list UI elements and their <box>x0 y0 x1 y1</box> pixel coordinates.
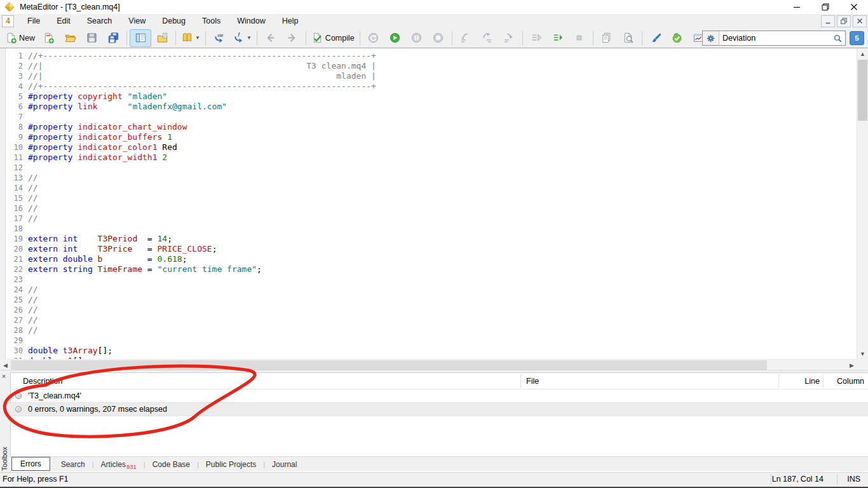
menu-view[interactable]: View <box>120 17 154 25</box>
compile-button[interactable]: Compile <box>309 29 357 47</box>
navigate-back-button[interactable] <box>260 29 281 47</box>
navigate-forward-button[interactable] <box>281 29 303 47</box>
step-over-button[interactable] <box>477 29 498 47</box>
minimize-button[interactable] <box>782 0 811 14</box>
file-details-button[interactable] <box>151 29 173 47</box>
save-button[interactable] <box>81 29 102 47</box>
tab-journal[interactable]: Journal <box>265 460 304 469</box>
scroll-left-icon[interactable]: ◀ <box>0 360 11 370</box>
horizontal-scroll-thumb[interactable] <box>11 360 767 370</box>
code-line: //+-------------------------------------… <box>28 51 857 61</box>
toolbox-close-icon[interactable]: × <box>2 374 6 380</box>
tab-search[interactable]: Search <box>54 460 92 469</box>
save-all-button[interactable] <box>102 29 124 47</box>
toolbox-side-strip: × Toolbox <box>0 372 11 473</box>
line-number: 18 <box>6 224 23 234</box>
check-syntax-button[interactable] <box>667 29 688 47</box>
scroll-up-icon[interactable]: ▲ <box>857 48 868 59</box>
navigator-toggle-icon <box>135 32 147 44</box>
goto-variable-icon: var <box>213 32 225 44</box>
pause-debug-icon <box>410 32 423 44</box>
stop-debug-button[interactable] <box>428 29 449 47</box>
toolbar-separator <box>175 31 176 45</box>
error-list-row[interactable]: 'T3_clean.mq4' <box>10 390 868 402</box>
start-debug-button[interactable] <box>384 29 406 47</box>
tab-public-projects[interactable]: Public Projects <box>199 460 263 469</box>
step-into-button[interactable] <box>455 29 477 47</box>
styler-book-button[interactable]: ▼ <box>179 29 203 47</box>
copy-button[interactable] <box>596 29 618 47</box>
step-out-button[interactable] <box>498 29 520 47</box>
search-input[interactable] <box>719 32 830 44</box>
goto-variable-button[interactable]: var <box>208 29 230 47</box>
menu-window[interactable]: Window <box>229 17 273 25</box>
new-project-button[interactable] <box>37 29 59 47</box>
error-list-row[interactable]: 0 errors, 0 warnings, 207 msec elapsed <box>10 402 868 416</box>
toolbar-separator <box>306 31 306 45</box>
tab-code-base[interactable]: Code Base <box>146 460 197 469</box>
menu-file[interactable]: File <box>19 17 48 25</box>
breakpoint-square-button[interactable] <box>569 29 590 47</box>
step-into-icon <box>459 32 471 44</box>
vertical-scroll-thumb[interactable] <box>858 60 867 121</box>
navigator-toggle-button[interactable] <box>130 29 151 47</box>
chevron-down-icon[interactable]: ▼ <box>195 35 200 41</box>
tab-errors[interactable]: Errors <box>11 457 50 471</box>
column-description[interactable]: Description <box>23 377 63 386</box>
code-editor[interactable]: 1234567891011121314151617181920212223242… <box>0 48 857 359</box>
code-line: #property copyright "mladen" <box>28 92 857 102</box>
tab-articles[interactable]: Articles931 <box>94 460 144 469</box>
menu-edit[interactable]: Edit <box>48 17 79 25</box>
search-submit-button[interactable] <box>830 34 845 43</box>
menu-help[interactable]: Help <box>274 17 307 25</box>
notifications-button[interactable]: 5 <box>850 31 864 45</box>
mdi-restore-button[interactable] <box>837 15 851 27</box>
column-column[interactable]: Column <box>826 377 864 386</box>
window-title: MetaEditor - [T3_clean.mq4] <box>20 3 120 11</box>
column-file[interactable]: File <box>526 377 539 386</box>
goto-function-button[interactable]: f▼ <box>230 29 254 47</box>
breakpoint-margin[interactable] <box>0 48 6 359</box>
column-line[interactable]: Line <box>794 377 820 386</box>
line-number: 15 <box>6 193 23 203</box>
menu-search[interactable]: Search <box>79 17 121 25</box>
step-out-icon <box>503 32 515 44</box>
mdi-close-button[interactable] <box>853 15 867 27</box>
restore-button[interactable] <box>811 0 839 14</box>
new-file-button[interactable]: New <box>3 29 37 47</box>
close-button[interactable] <box>839 0 868 14</box>
horizontal-scrollbar[interactable]: ◀ ▶ <box>0 359 857 370</box>
continue-run-button[interactable] <box>547 29 569 47</box>
search-options-button[interactable] <box>703 31 719 45</box>
search-box: 5 <box>702 30 864 46</box>
restart-debug-button[interactable] <box>363 29 384 47</box>
run-to-cursor-button[interactable] <box>526 29 547 47</box>
stop-debug-icon <box>432 32 444 44</box>
scrollbar-corner <box>857 359 868 370</box>
open-file-button[interactable] <box>59 29 81 47</box>
line-number: 9 <box>6 132 23 142</box>
code-pane[interactable]: //+-------------------------------------… <box>25 48 857 359</box>
toolbar-separator <box>257 31 257 45</box>
toolbox-side-label: Toolbox <box>1 447 8 471</box>
continue-run-icon <box>552 32 564 44</box>
menu-debug[interactable]: Debug <box>154 17 194 25</box>
line-number: 6 <box>6 102 23 112</box>
row-description: 'T3_clean.mq4' <box>28 391 81 400</box>
code-line <box>28 163 857 173</box>
scroll-right-icon[interactable]: ▶ <box>846 360 857 370</box>
vertical-scrollbar[interactable]: ▲ ▼ <box>857 48 868 359</box>
pause-debug-button[interactable] <box>406 29 428 47</box>
chevron-down-icon[interactable]: ▼ <box>247 35 252 41</box>
line-number: 14 <box>6 183 23 193</box>
search-in-files-button[interactable] <box>618 29 639 47</box>
status-help-text: For Help, press F1 <box>3 475 69 484</box>
file-details-icon <box>156 32 168 44</box>
menu-tools[interactable]: Tools <box>194 17 229 25</box>
styler-brush-button[interactable] <box>645 29 667 47</box>
styler-brush-icon <box>649 32 661 44</box>
toolbar-separator <box>205 31 206 45</box>
open-file-icon <box>64 32 76 44</box>
mdi-minimize-button[interactable] <box>821 15 835 27</box>
scroll-down-icon[interactable]: ▼ <box>857 348 868 359</box>
